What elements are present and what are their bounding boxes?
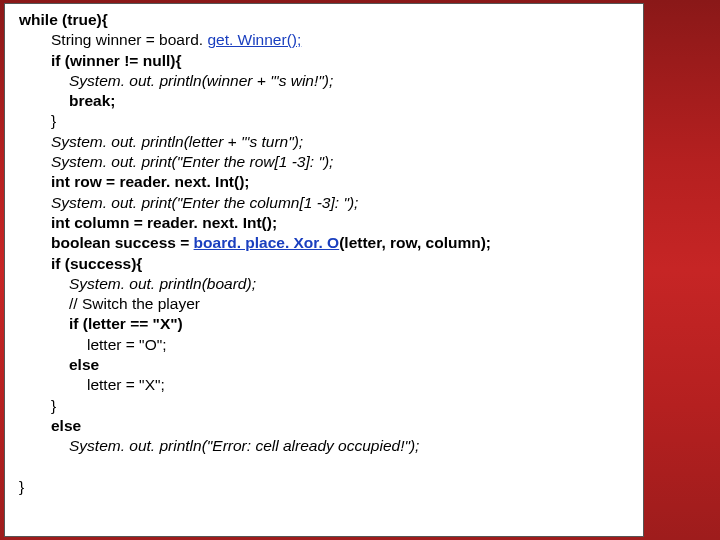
code-text: String winner = board. bbox=[51, 31, 207, 48]
code-line bbox=[19, 457, 633, 477]
code-line: System. out. print("Enter the row[1 -3]:… bbox=[19, 152, 633, 172]
code-line: boolean success = board. place. Xor. O(l… bbox=[19, 233, 633, 253]
code-text: out. println(letter bbox=[111, 133, 223, 150]
code-text: } bbox=[19, 478, 24, 495]
code-text: System. bbox=[69, 275, 129, 292]
code-line: if (letter == "X") bbox=[19, 314, 633, 334]
code-block: while (true){ String winner = board. get… bbox=[4, 3, 644, 537]
code-text: out. println("Error bbox=[129, 437, 246, 454]
code-text: + "'s turn"); bbox=[223, 133, 303, 150]
code-link: board. place. Xor. O bbox=[194, 234, 340, 251]
code-text: int row = reader. next. Int(); bbox=[51, 173, 250, 190]
code-text: if (success){ bbox=[51, 255, 142, 272]
code-line: if (winner != null){ bbox=[19, 51, 633, 71]
code-line: System. out. print("Enter the column[1 -… bbox=[19, 193, 633, 213]
code-line: // Switch the player bbox=[19, 294, 633, 314]
code-text: out. println(board bbox=[129, 275, 246, 292]
code-text: letter = "X"; bbox=[87, 376, 165, 393]
code-text: the column[1 -3]: "); bbox=[219, 194, 358, 211]
code-text: System. bbox=[51, 153, 111, 170]
code-line: } bbox=[19, 111, 633, 131]
code-text: // Switch the player bbox=[69, 295, 200, 312]
code-line: letter = "O"; bbox=[19, 335, 633, 355]
code-text: if (winner != null){ bbox=[51, 52, 181, 69]
code-text: } bbox=[51, 397, 56, 414]
code-line: } bbox=[19, 396, 633, 416]
code-text: (letter, row, column); bbox=[339, 234, 491, 251]
code-text: out. println(winner bbox=[129, 72, 252, 89]
code-line: System. out. println(winner + "'s win!")… bbox=[19, 71, 633, 91]
code-line: if (success){ bbox=[19, 254, 633, 274]
code-text: ); bbox=[246, 275, 255, 292]
code-text: int column = reader. next. Int(); bbox=[51, 214, 277, 231]
code-text: } bbox=[51, 112, 56, 129]
code-text: the row[1 -3]: "); bbox=[219, 153, 333, 170]
code-text: : cell already occupied!"); bbox=[247, 437, 420, 454]
code-text: System. bbox=[69, 72, 129, 89]
code-line: while (true){ bbox=[19, 10, 633, 30]
code-text: break; bbox=[69, 92, 116, 109]
code-line: int row = reader. next. Int(); bbox=[19, 172, 633, 192]
code-text: while (true){ bbox=[19, 11, 108, 28]
code-text: boolean success = bbox=[51, 234, 194, 251]
code-line: else bbox=[19, 416, 633, 436]
code-line: System. out. println(letter + "'s turn")… bbox=[19, 132, 633, 152]
code-line: System. out. println(board); bbox=[19, 274, 633, 294]
code-text: if (letter == "X") bbox=[69, 315, 183, 332]
code-text: out. print("Enter bbox=[111, 194, 219, 211]
code-line: else bbox=[19, 355, 633, 375]
code-text: System. bbox=[51, 133, 111, 150]
code-text: letter = "O"; bbox=[87, 336, 167, 353]
code-line: break; bbox=[19, 91, 633, 111]
code-line: int column = reader. next. Int(); bbox=[19, 213, 633, 233]
code-text: System. bbox=[51, 194, 111, 211]
code-text: System. bbox=[69, 437, 129, 454]
code-text: else bbox=[69, 356, 99, 373]
code-line: letter = "X"; bbox=[19, 375, 633, 395]
code-text: out. print("Enter bbox=[111, 153, 219, 170]
code-text: + "'s win!"); bbox=[253, 72, 334, 89]
code-line: String winner = board. get. Winner(); bbox=[19, 30, 633, 50]
code-link: get. Winner(); bbox=[207, 31, 301, 48]
code-line: System. out. println("Error: cell alread… bbox=[19, 436, 633, 456]
code-text bbox=[51, 458, 55, 475]
code-text: else bbox=[51, 417, 81, 434]
code-line: } bbox=[19, 477, 633, 497]
